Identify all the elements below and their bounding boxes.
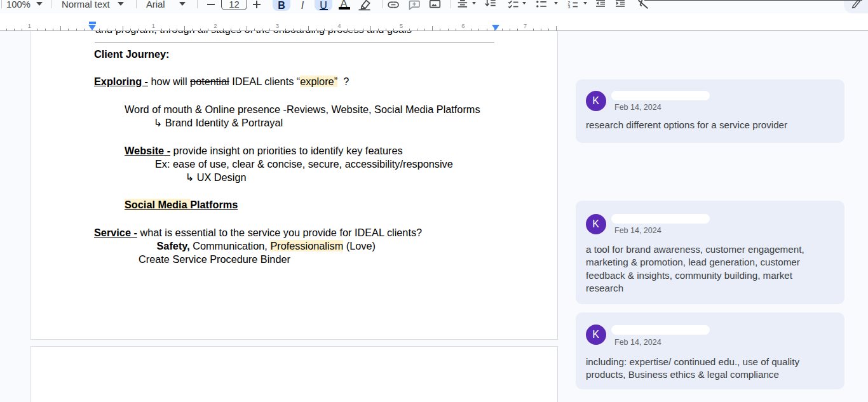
svg-text:3: 3 <box>568 4 571 9</box>
